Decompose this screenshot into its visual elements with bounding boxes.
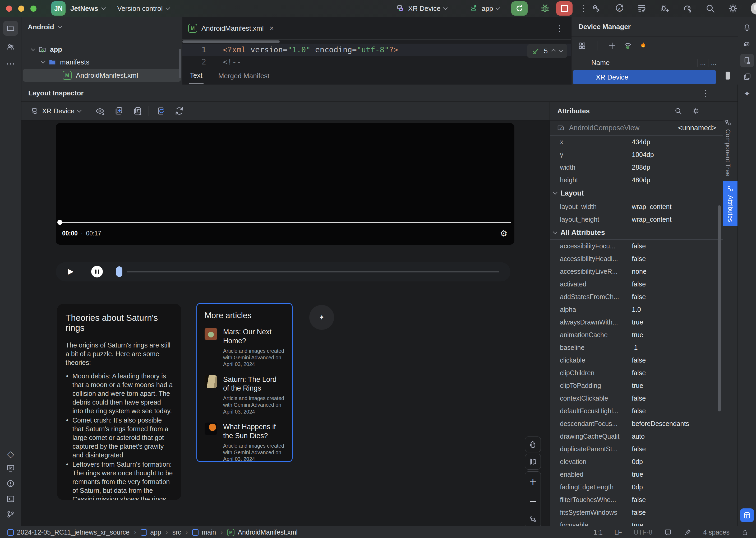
firebase-icon[interactable]	[639, 41, 647, 50]
group-devices-icon[interactable]	[578, 41, 586, 50]
attribute-row[interactable]: defaultFocusHighl...false	[550, 404, 723, 417]
vcs-widget[interactable]: Version control	[117, 5, 170, 13]
column-ellipsis[interactable]: ...	[708, 59, 719, 67]
attribute-row[interactable]: layout_widthwrap_content	[550, 200, 723, 213]
pause-button[interactable]	[91, 266, 103, 278]
article-list-item[interactable]: Saturn: The Lord of the RingsArticle and…	[204, 375, 284, 415]
column-ellipsis[interactable]: ...	[697, 59, 708, 67]
editor-options-menu[interactable]: ⋮	[555, 24, 563, 33]
add-device-icon[interactable]	[608, 41, 616, 50]
attribute-row[interactable]: accessibilityHeadi...false	[550, 252, 723, 265]
attribute-row[interactable]: filterTouchesWhe...false	[550, 493, 723, 506]
layout-inspector-toolwindow-button[interactable]	[740, 509, 754, 522]
device-explorer-button[interactable]	[740, 70, 754, 84]
project-view-selector[interactable]: Android	[22, 17, 182, 37]
device-refresh-icon[interactable]	[156, 106, 165, 116]
terminal-button[interactable]	[3, 492, 18, 506]
notifications-button[interactable]	[740, 21, 754, 34]
video-progress-thumb[interactable]	[57, 220, 62, 225]
saturn-theories-card[interactable]: Theories about Saturn's rings The origin…	[57, 304, 181, 500]
debug-button[interactable]	[539, 3, 551, 16]
attribute-row[interactable]: enabledtrue	[550, 468, 723, 481]
search-icon[interactable]	[705, 3, 715, 14]
attribute-row[interactable]: fitsSystemWindowsfalse	[550, 506, 723, 519]
minimize-panel-icon[interactable]	[721, 93, 727, 93]
macos-zoom-button[interactable]	[30, 6, 36, 12]
run-more-menu[interactable]: ⋮	[579, 4, 587, 13]
tree-node-manifest-file[interactable]: M AndroidManifest.xml	[23, 69, 181, 81]
attribute-row[interactable]: activatedfalse	[550, 278, 723, 291]
view-options-eye-icon[interactable]	[95, 106, 105, 116]
device-table-scrollbar[interactable]	[726, 72, 730, 80]
caret-position[interactable]: 1:1	[594, 528, 603, 536]
attribute-row[interactable]: width288dp	[550, 161, 723, 174]
zoom-to-fit-button[interactable]	[529, 515, 537, 523]
gradle-sync-icon[interactable]	[682, 3, 693, 14]
close-tab-icon[interactable]: ×	[270, 24, 274, 32]
run-config-selector[interactable]: app	[468, 3, 499, 14]
attribute-row[interactable]: x434dp	[550, 135, 723, 148]
tab-merged-manifest[interactable]: Merged Manifest	[218, 72, 270, 80]
refresh-icon[interactable]	[174, 106, 184, 116]
attribute-row[interactable]: duplicateParentSt...false	[550, 443, 723, 455]
chevron-up-icon[interactable]	[552, 49, 556, 53]
pan-mode-button[interactable]	[525, 437, 541, 453]
apply-changes-icon[interactable]: A	[614, 3, 624, 14]
attribute-row[interactable]: baseline-1	[550, 341, 723, 354]
inspections-widget[interactable]: 5	[527, 44, 567, 58]
device-manager-button[interactable]	[740, 54, 754, 67]
attribute-row[interactable]: clipChildrenfalse	[550, 366, 723, 379]
project-toolwindow-button[interactable]	[3, 21, 18, 36]
tree-node-manifests[interactable]: manifests	[22, 56, 182, 69]
panel-options-menu[interactable]: ⋮	[702, 88, 710, 98]
tree-node-app[interactable]: app	[22, 43, 182, 56]
attribute-row[interactable]: alpha1.0	[550, 303, 723, 316]
project-scrollbar[interactable]	[179, 49, 181, 78]
commit-toolwindow-button[interactable]	[3, 39, 18, 54]
layout-inspector-canvas[interactable]: 00:00 · 00:17 ⚙ ▶	[22, 121, 550, 526]
media-slider-track[interactable]	[127, 271, 499, 272]
inspector-device-selector[interactable]: XR Device	[31, 107, 81, 115]
macos-minimize-button[interactable]	[18, 6, 24, 12]
file-encoding[interactable]: UTF-8	[634, 528, 652, 536]
3d-mode-button[interactable]	[525, 454, 541, 469]
tab-text[interactable]: Text	[189, 68, 204, 84]
article-list-item[interactable]: Mars: Our Next Home?Article and images c…	[204, 328, 284, 368]
zoom-out-button[interactable]: −	[529, 496, 537, 507]
play-icon[interactable]: ▶	[68, 267, 74, 276]
video-settings-gear-icon[interactable]: ⚙	[500, 228, 507, 238]
macos-close-button[interactable]	[6, 6, 12, 12]
breadcrumb-item[interactable]: main	[192, 528, 216, 536]
media-slider-thumb[interactable]	[116, 266, 122, 277]
attribute-row[interactable]: elevation0dp	[550, 455, 723, 468]
attribute-row[interactable]: y1004dp	[550, 148, 723, 161]
rerun-button[interactable]	[511, 1, 528, 16]
attribute-row[interactable]: animationCachetrue	[550, 328, 723, 341]
more-toolwindows-button[interactable]: ⋯	[6, 58, 15, 69]
attribute-row[interactable]: addStatesFromCh...false	[550, 291, 723, 303]
attribute-row[interactable]: contextClickablefalse	[550, 392, 723, 404]
all-attributes-section-header[interactable]: All Attributes	[550, 226, 723, 240]
video-player[interactable]: 00:00 · 00:17 ⚙	[56, 123, 514, 245]
attribute-row[interactable]: layout_heightwrap_content	[550, 213, 723, 226]
gemini-sparkle-icon[interactable]: ✦	[744, 89, 750, 98]
user-avatar[interactable]	[751, 2, 756, 15]
selected-component-row[interactable]: ? AndroidComposeView <unnamed>	[550, 121, 723, 135]
stop-button[interactable]	[556, 1, 572, 16]
video-progress-bar[interactable]	[59, 222, 511, 223]
snapshot-export-icon[interactable]	[114, 106, 123, 116]
attribute-row[interactable]: descendantFocus...beforeDescendants	[550, 417, 723, 430]
tab-attributes[interactable]: Attributes	[723, 181, 737, 226]
attribute-row[interactable]: height480dp	[550, 174, 723, 186]
indent-setting[interactable]: 4 spaces	[703, 528, 729, 536]
breadcrumb-item[interactable]: 2024-12-05_RC11_jetnews_xr_source	[7, 528, 130, 536]
xr-sparkle-button[interactable]: ✦	[309, 305, 334, 330]
attribute-row[interactable]: fadingEdgeLength0dp	[550, 481, 723, 493]
layout-tree-icon[interactable]	[132, 106, 142, 116]
problems-button[interactable]	[3, 476, 18, 491]
pair-wifi-icon[interactable]	[623, 41, 632, 50]
gradle-toolwindow-button[interactable]	[740, 37, 754, 51]
tab-component-tree[interactable]: Component Tree	[724, 115, 732, 181]
chevron-down-icon[interactable]	[559, 48, 563, 53]
build-run-icon[interactable]	[592, 3, 602, 14]
